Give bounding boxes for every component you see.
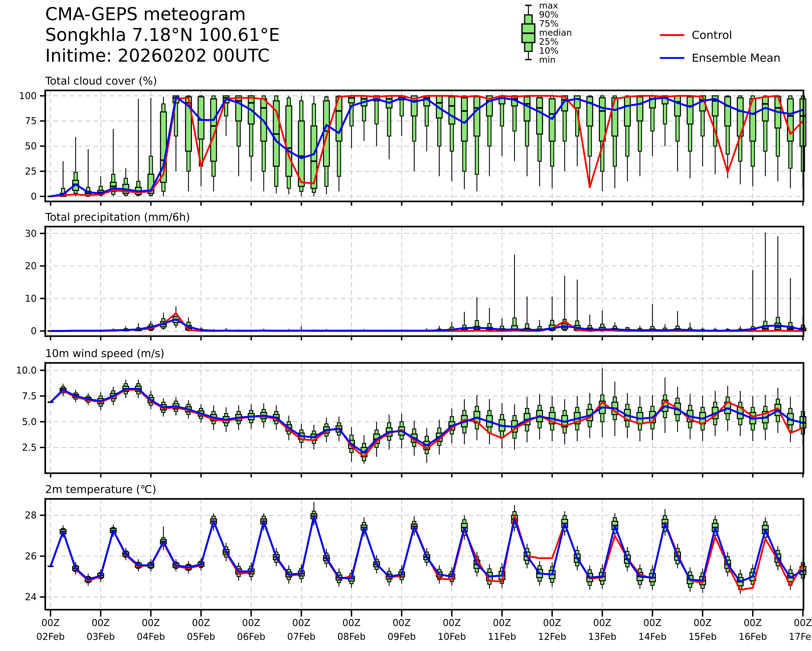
gridlines: [45, 227, 803, 336]
panel-10m-wind-speed: 10m wind speed (m/s)2.55.07.510.0: [16, 347, 806, 477]
x-tick-day: 16Feb: [739, 631, 767, 642]
y-tick-label: 0: [31, 191, 37, 202]
x-tick-day: 11Feb: [488, 631, 516, 642]
legend-box-label-5: 10%: [539, 46, 559, 56]
panel-frame: [45, 227, 803, 336]
x-tick-day: 07Feb: [287, 631, 316, 642]
x-tick-hour: 00Z: [593, 617, 611, 628]
y-tick-label: 2.5: [22, 442, 37, 453]
y-axis: 0102030: [25, 228, 45, 336]
x-tick-hour: 00Z: [342, 617, 360, 628]
y-tick-label: 50: [25, 140, 37, 151]
legend-box-label-6: min: [539, 55, 556, 65]
x-axis-labels: 00Z02Feb00Z03Feb00Z04Feb00Z05Feb00Z06Feb…: [37, 617, 812, 642]
panel-2m-temperature: 2m temperature (℃)242628: [25, 483, 806, 617]
legend-box-label-3: median: [539, 27, 572, 38]
y-tick-label: 7.5: [22, 390, 37, 401]
y-tick-label: 75: [25, 116, 37, 126]
x-tick-hour: 00Z: [92, 617, 110, 628]
boxplot-legend: max90%75%median25%10%min: [522, 0, 572, 65]
y-tick-label: 24: [25, 592, 37, 602]
x-axis-ticks: [50, 610, 803, 617]
x-tick-day: 02Feb: [37, 631, 65, 642]
y-tick-label: 10: [25, 293, 37, 304]
box-whiskers: [48, 96, 806, 197]
y-tick-label: 20: [25, 261, 37, 271]
legend-box-label-0: max: [539, 0, 558, 11]
station-subtitle: Songkhla 7.18°N 100.61°E: [45, 24, 280, 45]
x-tick-hour: 00Z: [643, 617, 662, 628]
x-tick-day: 09Feb: [388, 631, 416, 642]
legend-box-label-2: 75%: [539, 18, 559, 29]
x-tick-day: 08Feb: [337, 631, 366, 642]
y-axis: 242628: [25, 510, 45, 602]
x-tick-day: 03Feb: [87, 631, 115, 642]
control-legend-label: Control: [692, 29, 732, 41]
x-tick-day: 06Feb: [237, 631, 266, 642]
y-tick-label: 100: [19, 90, 37, 101]
x-tick-hour: 00Z: [693, 617, 712, 628]
x-tick-hour: 00Z: [142, 617, 160, 628]
y-tick-label: 25: [25, 166, 37, 177]
x-tick-hour: 00Z: [794, 617, 812, 628]
panel-title: Total precipitation (mm/6h): [45, 211, 190, 223]
x-tick-day: 04Feb: [137, 631, 165, 642]
y-axis: 0255075100: [19, 90, 45, 202]
x-tick-hour: 00Z: [392, 617, 411, 628]
legend-box-label-1: 90%: [539, 9, 559, 20]
x-tick-day: 17Feb: [789, 631, 812, 642]
x-tick-hour: 00Z: [493, 617, 511, 628]
x-tick-day: 10Feb: [438, 631, 466, 642]
box-whiskers: [48, 232, 806, 331]
x-tick-hour: 00Z: [543, 617, 562, 628]
x-tick-hour: 00Z: [443, 617, 461, 628]
y-axis: 2.55.07.510.0: [16, 365, 45, 453]
x-tick-hour: 00Z: [242, 617, 260, 628]
legend-box-label-4: 25%: [539, 37, 559, 47]
line-legend: ControlEnsemble Mean: [660, 29, 781, 64]
panel-title: 2m temperature (℃): [45, 483, 156, 495]
y-tick-label: 10.0: [16, 365, 37, 376]
figure-title: CMA-GEPS meteogram: [45, 4, 246, 24]
meteogram-chart: CMA-GEPS meteogramSongkhla 7.18°N 100.61…: [0, 0, 812, 651]
panel-title: Total cloud cover (%): [45, 75, 157, 87]
x-tick-day: 15Feb: [688, 631, 717, 642]
panel-total-precipitation: Total precipitation (mm/6h)0102030: [25, 211, 806, 340]
header: CMA-GEPS meteogramSongkhla 7.18°N 100.61…: [45, 4, 280, 66]
x-tick-day: 13Feb: [588, 631, 617, 642]
ensemble-legend-label: Ensemble Mean: [692, 52, 781, 64]
meteogram-figure: CMA-GEPS meteogramSongkhla 7.18°N 100.61…: [0, 0, 812, 651]
panel-title: 10m wind speed (m/s): [45, 347, 165, 360]
y-tick-label: 0: [31, 325, 37, 336]
x-tick-hour: 00Z: [41, 617, 60, 628]
x-tick-day: 05Feb: [187, 631, 215, 642]
panel-total-cloud-cover: Total cloud cover (%)0255075100: [19, 75, 806, 206]
x-tick-day: 14Feb: [638, 631, 667, 642]
y-tick-label: 30: [25, 228, 37, 239]
y-tick-label: 26: [25, 550, 37, 561]
y-tick-label: 5.0: [22, 416, 37, 427]
x-tick-hour: 00Z: [292, 617, 311, 628]
x-tick-day: 12Feb: [538, 631, 566, 642]
inittime-subtitle: Initime: 20260202 00UTC: [45, 46, 270, 66]
y-tick-label: 28: [25, 510, 37, 520]
x-tick-hour: 00Z: [744, 617, 762, 628]
x-tick-hour: 00Z: [192, 617, 210, 628]
